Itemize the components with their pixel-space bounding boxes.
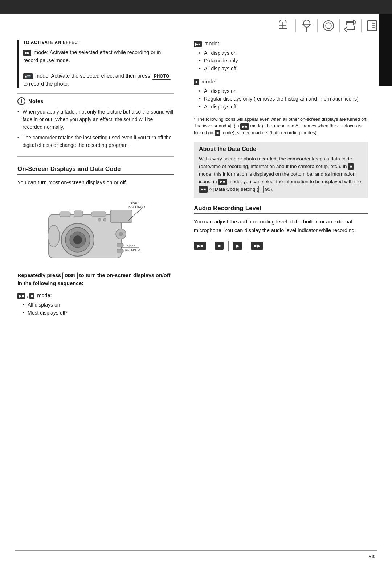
about-mode-icon2: ▶■ xyxy=(218,179,227,185)
footnote: * The following icons will appear even w… xyxy=(194,116,368,136)
mode2-icon: ▶■ xyxy=(194,41,202,47)
activate-body: ■▶ mode: Activate the selected effect wh… xyxy=(23,49,174,88)
mode-icons-divider-1 xyxy=(211,241,212,251)
notes-header: i Notes xyxy=(17,97,174,105)
display-item-2-1: All displays on xyxy=(199,49,368,57)
about-body: With every scene or photo recorded, the … xyxy=(199,155,363,193)
audio-mode-icon-3: ▶ xyxy=(233,242,242,250)
footnote-mode-icon: ▶■ xyxy=(240,123,249,130)
onscreen-intro: You can turn most on-screen displays on … xyxy=(17,179,174,187)
notes-label: Notes xyxy=(28,98,44,104)
page-ref: □ xyxy=(258,186,264,193)
mode-line-2: ▶■ mode: xyxy=(194,40,368,48)
mode-line-1: ▶■, ■ mode: xyxy=(17,292,174,300)
svg-point-20 xyxy=(119,232,123,236)
right-column: ▶■ mode: All displays on Data code only … xyxy=(185,40,381,548)
display-item-1-1: All displays on xyxy=(23,301,174,309)
display-item-3-1: All displays on xyxy=(199,87,368,95)
mode-block-2: ▶■ mode: All displays on Data code only … xyxy=(194,40,368,73)
onscreen-section: On-Screen Displays and Data Code You can… xyxy=(17,165,174,317)
icon-divider-4 xyxy=(361,19,362,32)
audio-body: You can adjust the audio recording level… xyxy=(194,218,368,234)
video-mode-icon: ■▶ xyxy=(23,50,31,56)
svg-rect-34 xyxy=(91,212,106,217)
svg-text:BATT.INFO: BATT.INFO xyxy=(128,205,145,209)
display-list-2: All displays on Data code only All displ… xyxy=(194,49,368,73)
about-data-code-section: About the Data Code With every scene or … xyxy=(194,142,368,198)
mode3-icon: ■ xyxy=(194,79,199,85)
audio-mode-icon-4: ■▶ xyxy=(251,242,263,250)
book-icon[interactable] xyxy=(364,17,380,34)
onscreen-title: On-Screen Displays and Data Code xyxy=(17,165,174,175)
activate-para1: mode: Activate the selected effect while… xyxy=(23,49,161,63)
disp-button: DISP. xyxy=(62,272,78,279)
display-item-2-3: All displays off xyxy=(199,65,368,73)
svg-text:BATT.INFO: BATT.INFO xyxy=(125,248,140,251)
footnote-mode-icon2: ■ xyxy=(215,130,220,136)
info-icon: i xyxy=(17,97,25,105)
notes-item-2: The camcorder retains the last setting u… xyxy=(17,134,174,149)
display-item-3-2: Regular displays only (removes the histo… xyxy=(199,95,368,103)
icon-divider-1 xyxy=(295,19,296,32)
notes-list: When you apply a fader, not only the pic… xyxy=(17,108,174,149)
svg-point-6 xyxy=(323,21,334,31)
display-list-3: All displays on Regular displays only (r… xyxy=(194,87,368,111)
mode-icons-divider-3 xyxy=(247,241,248,251)
mode-icons-divider-2 xyxy=(228,241,229,251)
left-column: To Activate an Effect ■▶ mode: Activate … xyxy=(0,40,185,548)
display-item-1-2: Most displays off* xyxy=(23,309,174,317)
audio-section: Audio Recording Level You can adjust the… xyxy=(194,205,368,251)
mode-line-3: ■ mode: xyxy=(194,78,368,86)
display-list-1: All displays on Most displays off* xyxy=(17,301,174,317)
audio-mode-icon-2: ■ xyxy=(215,242,224,250)
pin-icon[interactable] xyxy=(298,17,315,34)
page-number: 53 xyxy=(368,553,375,559)
svg-rect-21 xyxy=(117,243,123,247)
svg-point-17 xyxy=(73,235,82,244)
svg-point-33 xyxy=(103,218,106,221)
svg-rect-24 xyxy=(74,211,83,217)
main-content: To Activate an Effect ■▶ mode: Activate … xyxy=(0,40,392,548)
svg-rect-18 xyxy=(110,210,132,223)
svg-point-7 xyxy=(326,23,331,29)
about-mode-icon3: ▶■ xyxy=(199,186,208,193)
photo-mode-icon: ■📷 xyxy=(23,73,33,79)
mode-block-3: ■ mode: All displays on Regular displays… xyxy=(194,78,368,111)
camera-image-area: DISP./ BATT.INFO DISP./ BATT.INFO xyxy=(38,193,154,265)
svg-text:DISP./: DISP./ xyxy=(127,245,135,248)
bottom-divider xyxy=(15,550,377,551)
notes-item-1: When you apply a fader, not only the pic… xyxy=(17,108,174,131)
icon-divider-3 xyxy=(339,19,340,32)
video-icon-small: ▶■ xyxy=(17,293,25,299)
svg-text:DISP./: DISP./ xyxy=(130,201,139,205)
display-item-2-2: Data code only xyxy=(199,57,368,65)
audio-mode-icons-row: ▶■ ■ ▶ ■▶ xyxy=(194,241,368,251)
icon-divider-2 xyxy=(317,19,318,32)
display-item-3-3: All displays off xyxy=(199,103,368,111)
top-bar xyxy=(0,0,392,14)
sequence-text: Repeatedly press DISP. to turn the on-sc… xyxy=(17,272,174,288)
svg-rect-23 xyxy=(60,212,70,217)
activate-section: To Activate an Effect ■▶ mode: Activate … xyxy=(17,40,174,88)
about-mode-icon1: ■ xyxy=(348,163,354,170)
photo-button: PHOTO xyxy=(152,73,171,80)
svg-point-31 xyxy=(48,225,60,247)
activate-para2: mode: Activate the selected effect and t… xyxy=(35,73,150,79)
top-icons-area xyxy=(277,17,380,34)
cart-icon[interactable] xyxy=(277,17,293,34)
arrows-icon[interactable] xyxy=(342,17,359,34)
audio-title: Audio Recording Level xyxy=(194,205,368,214)
activate-para2-end: to record the photo. xyxy=(23,81,69,87)
activate-title: To Activate an Effect xyxy=(23,40,174,45)
circle-icon[interactable] xyxy=(320,17,337,34)
svg-point-32 xyxy=(98,218,101,221)
svg-point-3 xyxy=(303,20,310,27)
photo-icon-small: ■ xyxy=(29,293,34,299)
svg-rect-22 xyxy=(117,249,123,253)
audio-mode-icon-1: ▶■ xyxy=(194,242,206,250)
about-title: About the Data Code xyxy=(199,146,363,152)
svg-rect-8 xyxy=(367,21,377,31)
notes-section: i Notes When you apply a fader, not only… xyxy=(17,93,174,157)
